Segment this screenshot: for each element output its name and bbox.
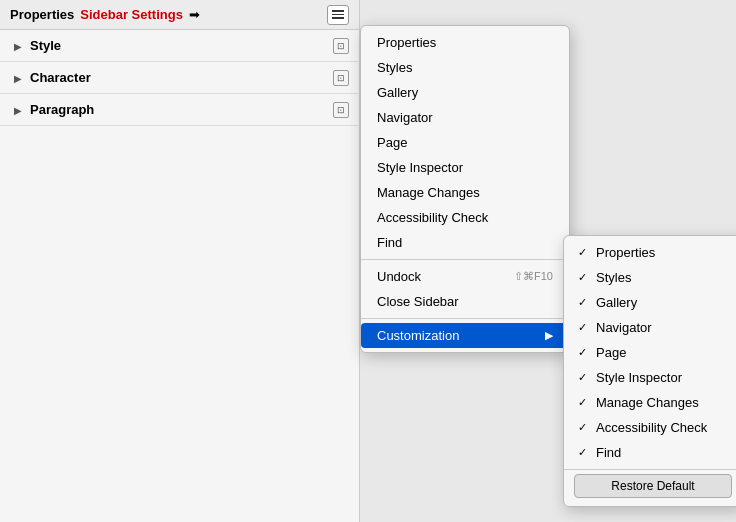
sidebar: Properties Sidebar Settings ➡ ▶ Style ⊡ …	[0, 0, 360, 522]
menu-item-page-label: Page	[377, 135, 407, 150]
checkmark-accessibility-check-icon: ✓	[578, 421, 590, 434]
sidebar-item-style-label: Style	[30, 38, 333, 53]
menu-item-style-inspector-label: Style Inspector	[377, 160, 463, 175]
checkmark-properties-icon: ✓	[578, 246, 590, 259]
sidebar-item-paragraph[interactable]: ▶ Paragraph ⊡	[0, 94, 359, 126]
submenu-item-navigator-label: Navigator	[596, 320, 652, 335]
character-badge: ⊡	[333, 70, 349, 86]
menu-item-find[interactable]: Find	[361, 230, 569, 255]
submenu-arrow-icon: ▶	[545, 329, 553, 342]
submenu-item-accessibility-check[interactable]: ✓ Accessibility Check	[564, 415, 736, 440]
submenu-item-gallery[interactable]: ✓ Gallery	[564, 290, 736, 315]
menu-separator-1	[361, 259, 569, 260]
menu-item-manage-changes[interactable]: Manage Changes	[361, 180, 569, 205]
paragraph-badge: ⊡	[333, 102, 349, 118]
submenu-item-properties-label: Properties	[596, 245, 655, 260]
sidebar-settings-label: Sidebar Settings	[80, 7, 183, 22]
sidebar-header: Properties Sidebar Settings ➡	[0, 0, 359, 30]
menu-item-undock-shortcut: ⇧⌘F10	[514, 270, 553, 283]
menu-item-properties-label: Properties	[377, 35, 436, 50]
checkmark-page-icon: ✓	[578, 346, 590, 359]
checkmark-navigator-icon: ✓	[578, 321, 590, 334]
checkmark-style-inspector-icon: ✓	[578, 371, 590, 384]
checkmark-manage-changes-icon: ✓	[578, 396, 590, 409]
chevron-right-icon: ▶	[14, 105, 24, 115]
menu-item-manage-changes-label: Manage Changes	[377, 185, 480, 200]
hamburger-icon	[332, 10, 344, 19]
menu-item-customization[interactable]: Customization ▶	[361, 323, 569, 348]
menu-item-customization-label: Customization	[377, 328, 459, 343]
menu-item-find-label: Find	[377, 235, 402, 250]
submenu-item-style-inspector[interactable]: ✓ Style Inspector	[564, 365, 736, 390]
menu-item-properties[interactable]: Properties	[361, 30, 569, 55]
submenu-item-manage-changes-label: Manage Changes	[596, 395, 699, 410]
menu-item-accessibility-check-label: Accessibility Check	[377, 210, 488, 225]
dropdown-menu: Properties Styles Gallery Navigator Page…	[360, 25, 570, 353]
submenu-item-styles[interactable]: ✓ Styles	[564, 265, 736, 290]
submenu-item-find[interactable]: ✓ Find	[564, 440, 736, 465]
style-badge: ⊡	[333, 38, 349, 54]
submenu-item-manage-changes[interactable]: ✓ Manage Changes	[564, 390, 736, 415]
sidebar-title: Properties	[10, 7, 74, 22]
menu-item-close-sidebar-label: Close Sidebar	[377, 294, 459, 309]
checkmark-gallery-icon: ✓	[578, 296, 590, 309]
menu-item-page[interactable]: Page	[361, 130, 569, 155]
chevron-right-icon: ▶	[14, 73, 24, 83]
submenu-item-styles-label: Styles	[596, 270, 631, 285]
menu-item-gallery[interactable]: Gallery	[361, 80, 569, 105]
sidebar-item-character-label: Character	[30, 70, 333, 85]
submenu-item-page-label: Page	[596, 345, 626, 360]
submenu-item-gallery-label: Gallery	[596, 295, 637, 310]
menu-item-accessibility-check[interactable]: Accessibility Check	[361, 205, 569, 230]
menu-item-styles-label: Styles	[377, 60, 412, 75]
submenu-separator	[564, 469, 736, 470]
submenu-item-navigator[interactable]: ✓ Navigator	[564, 315, 736, 340]
submenu-item-find-label: Find	[596, 445, 621, 460]
menu-item-undock-label: Undock	[377, 269, 421, 284]
restore-default-button[interactable]: Restore Default	[574, 474, 732, 498]
arrow-right-icon: ➡	[189, 7, 200, 22]
sidebar-item-paragraph-label: Paragraph	[30, 102, 333, 117]
menu-item-undock[interactable]: Undock ⇧⌘F10	[361, 264, 569, 289]
checkmark-styles-icon: ✓	[578, 271, 590, 284]
menu-item-style-inspector[interactable]: Style Inspector	[361, 155, 569, 180]
submenu-item-accessibility-check-label: Accessibility Check	[596, 420, 707, 435]
menu-separator-2	[361, 318, 569, 319]
chevron-right-icon: ▶	[14, 41, 24, 51]
menu-button[interactable]	[327, 5, 349, 25]
menu-item-navigator-label: Navigator	[377, 110, 433, 125]
menu-item-gallery-label: Gallery	[377, 85, 418, 100]
submenu-customization: ✓ Properties ✓ Styles ✓ Gallery ✓ Naviga…	[563, 235, 736, 507]
menu-item-close-sidebar[interactable]: Close Sidebar	[361, 289, 569, 314]
menu-item-navigator[interactable]: Navigator	[361, 105, 569, 130]
submenu-item-style-inspector-label: Style Inspector	[596, 370, 682, 385]
menu-item-styles[interactable]: Styles	[361, 55, 569, 80]
sidebar-item-character[interactable]: ▶ Character ⊡	[0, 62, 359, 94]
checkmark-find-icon: ✓	[578, 446, 590, 459]
submenu-item-properties[interactable]: ✓ Properties	[564, 240, 736, 265]
submenu-item-page[interactable]: ✓ Page	[564, 340, 736, 365]
sidebar-item-style[interactable]: ▶ Style ⊡	[0, 30, 359, 62]
